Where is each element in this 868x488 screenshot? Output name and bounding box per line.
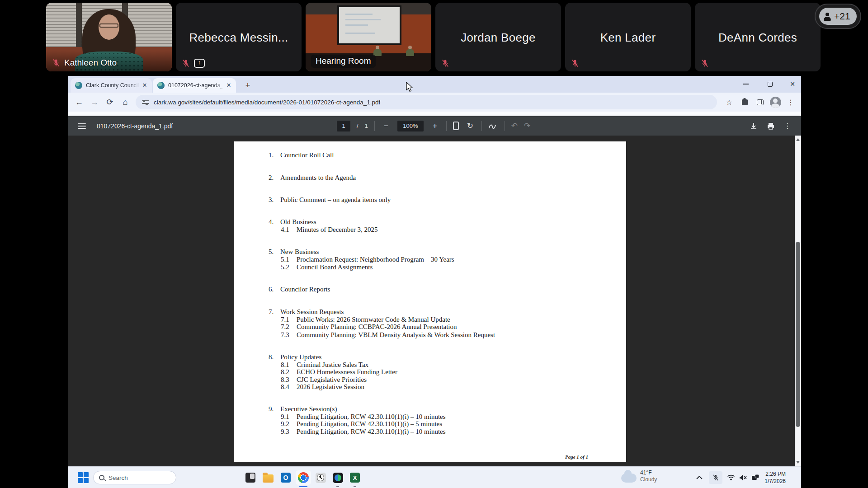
pdf-filename: 01072026-ct-agenda_1.pdf	[97, 122, 173, 130]
video-tile-rebecca[interactable]: Rebecca Messin...	[176, 3, 302, 71]
tab-close-icon[interactable]: ✕	[225, 82, 232, 89]
browser-window: Clark County Council Meetings ✕ 01072026…	[68, 76, 801, 466]
clock-app-icon[interactable]	[313, 470, 328, 485]
window-maximize-button[interactable]	[760, 76, 780, 92]
video-tile-ken-lader[interactable]: Ken Lader	[565, 3, 691, 71]
side-panel-icon[interactable]	[752, 94, 768, 110]
reload-icon[interactable]: ⟳	[102, 94, 118, 110]
address-bar[interactable]: clark.wa.gov/sites/default/files/media/d…	[136, 95, 717, 109]
fit-page-icon[interactable]	[453, 122, 459, 130]
muted-mic-icon	[441, 59, 450, 68]
participant-name: Rebecca Messin...	[176, 31, 302, 45]
participant-name: Jordan Boege	[435, 31, 561, 45]
tab-title: 01072026-ct-agenda_1.pdf	[168, 82, 223, 89]
person-icon	[824, 13, 831, 20]
file-explorer-icon[interactable]	[260, 470, 276, 485]
weather-temp: 41°F	[640, 469, 651, 476]
muted-mic-icon	[181, 59, 190, 68]
forward-icon[interactable]: →	[87, 94, 102, 110]
zoom-out-button[interactable]: −	[381, 122, 391, 131]
start-button[interactable]	[78, 472, 89, 483]
home-icon[interactable]: ⌂	[118, 94, 133, 110]
video-tile-hearing-room[interactable]: Hearing Room	[306, 3, 431, 71]
muted-mic-icon	[571, 59, 580, 68]
webex-icon[interactable]	[330, 470, 345, 485]
window-close-button[interactable]: ✕	[782, 76, 803, 92]
bookmark-star-icon[interactable]: ☆	[722, 94, 737, 110]
download-icon[interactable]	[750, 122, 758, 130]
screen-share-icon	[194, 59, 205, 68]
profile-avatar[interactable]	[768, 94, 783, 110]
back-icon[interactable]: ←	[71, 94, 87, 110]
browser-menu-icon[interactable]: ⋮	[783, 94, 798, 110]
zoom-in-button[interactable]: +	[430, 122, 440, 131]
participant-name: DeAnn Cordes	[695, 31, 821, 45]
outlook-icon[interactable]: O	[278, 470, 293, 485]
undo-icon[interactable]: ↶	[511, 121, 518, 131]
video-tile-jordan-boege[interactable]: Jordan Boege	[435, 3, 561, 71]
more-participants-badge[interactable]: +21	[815, 4, 861, 29]
weather-widget[interactable]: 41°F Cloudy	[621, 469, 657, 483]
screen: Kathleen Otto Rebecca Messin... Hearing …	[0, 0, 868, 488]
scrollbar[interactable]	[795, 136, 801, 466]
chrome-icon[interactable]	[296, 470, 311, 485]
extensions-icon[interactable]	[737, 94, 752, 110]
participant-name: Kathleen Otto	[64, 58, 117, 68]
pdf-menu-icon[interactable]	[78, 123, 86, 129]
snipping-app-icon[interactable]	[243, 470, 258, 485]
taskbar-search[interactable]: Search	[93, 471, 176, 484]
redo-icon[interactable]: ↷	[524, 121, 530, 131]
scrollbar-thumb[interactable]	[796, 242, 800, 427]
wifi-icon[interactable]	[726, 471, 736, 484]
tray-chevron-icon[interactable]	[694, 471, 705, 484]
page-footer: Page 1 of 1	[565, 454, 588, 460]
scroll-down-icon[interactable]	[796, 461, 800, 464]
page-divider: /	[357, 122, 359, 129]
search-icon	[99, 475, 104, 480]
zoom-level[interactable]: 100%	[397, 121, 424, 131]
url-text: clark.wa.gov/sites/default/files/media/d…	[154, 99, 380, 106]
browser-toolbar: ← → ⟳ ⌂ clark.wa.gov/sites/default/files…	[68, 93, 801, 112]
window-minimize-button[interactable]	[736, 76, 756, 92]
tab-strip: Clark County Council Meetings ✕ 01072026…	[68, 76, 801, 93]
muted-mic-icon	[700, 59, 709, 68]
video-tile-kathleen-otto[interactable]: Kathleen Otto	[46, 3, 172, 71]
pdf-more-icon[interactable]: ⋮	[784, 122, 791, 130]
scroll-up-icon[interactable]	[796, 138, 800, 141]
tab-agenda-pdf[interactable]: 01072026-ct-agenda_1.pdf ✕	[153, 78, 236, 93]
clock-time: 2:26 PM	[765, 471, 786, 477]
taskbar-clock[interactable]: 2:26 PM 1/7/2026	[754, 470, 786, 485]
page-number-input[interactable]: 1	[337, 121, 350, 131]
rotate-icon[interactable]: ↻	[465, 121, 475, 131]
mouse-cursor	[406, 82, 414, 93]
site-info-icon[interactable]	[142, 99, 149, 105]
annotate-pen-icon[interactable]	[488, 122, 498, 130]
clock-date: 1/7/2026	[764, 478, 786, 484]
tray-mic-muted-icon[interactable]	[709, 471, 722, 484]
tab-close-icon[interactable]: ✕	[141, 82, 148, 89]
taskbar: Search O X 41°F Cloudy 2:26 PM	[68, 466, 801, 488]
site-favicon	[75, 82, 82, 89]
cloud-icon	[621, 474, 637, 483]
muted-mic-icon	[52, 58, 61, 67]
search-placeholder: Search	[108, 474, 128, 481]
participant-name: Ken Lader	[565, 31, 691, 45]
tab-clark-county-meetings[interactable]: Clark County Council Meetings ✕	[71, 78, 152, 93]
excel-icon[interactable]: X	[347, 470, 363, 485]
site-favicon	[157, 82, 165, 89]
pdf-page: 1.Councilor Roll Call2.Amendments to the…	[234, 141, 626, 462]
overflow-count: +21	[834, 11, 850, 22]
print-icon[interactable]	[767, 122, 775, 130]
weather-condition: Cloudy	[640, 476, 657, 483]
volume-muted-icon[interactable]	[737, 471, 749, 484]
page-count: 1	[365, 122, 368, 129]
pdf-viewer: 1.Councilor Roll Call2.Amendments to the…	[68, 136, 801, 466]
content-top-strip	[68, 112, 801, 116]
video-tile-deann-cordes[interactable]: DeAnn Cordes	[695, 3, 821, 71]
tab-title: Clark County Council Meetings	[86, 82, 139, 89]
participant-name: Hearing Room	[311, 55, 376, 68]
new-tab-button[interactable]: +	[242, 80, 253, 91]
pdf-toolbar: 01072026-ct-agenda_1.pdf 1 / 1 − 100% + …	[68, 116, 801, 136]
